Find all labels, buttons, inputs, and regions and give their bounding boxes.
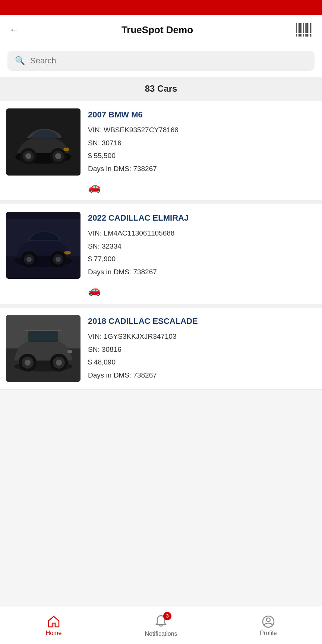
svg-point-28 — [63, 148, 69, 151]
car-price: $ 48,090 — [88, 357, 316, 368]
svg-rect-9 — [312, 23, 312, 33]
svg-rect-43 — [28, 331, 58, 342]
svg-rect-16 — [306, 34, 308, 37]
list-item[interactable]: 2018 CADILLAC ESCALADE VIN: 1GYS3KKJXJR3… — [0, 307, 322, 390]
car-days: Days in DMS: 738267 — [88, 164, 316, 174]
search-bar[interactable]: 🔍 — [7, 51, 315, 71]
header: ← TrueSpot Demo — [0, 15, 322, 45]
svg-point-27 — [55, 153, 61, 159]
svg-rect-7 — [309, 23, 309, 33]
svg-rect-52 — [52, 623, 55, 627]
car-info: 2022 CADILLAC ELMIRAJ VIN: LM4AC11306110… — [88, 212, 316, 296]
car-title: 2007 BMW M6 — [88, 110, 316, 120]
cars-count: 83 Cars — [0, 77, 322, 101]
car-image — [6, 108, 80, 176]
profile-icon — [262, 615, 275, 628]
car-image — [6, 212, 80, 279]
nav-notifications[interactable]: 3 Notifications — [142, 614, 180, 637]
car-sn: SN: 30816 — [88, 344, 316, 355]
svg-point-39 — [64, 251, 71, 255]
barcode-icon[interactable] — [295, 22, 313, 37]
car-vin: VIN: WBSEK93527CY78168 — [88, 125, 316, 136]
nav-notifications-label: Notifications — [145, 631, 177, 637]
car-info: 2007 BMW M6 VIN: WBSEK93527CY78168 SN: 3… — [88, 108, 316, 193]
car-title: 2018 CADILLAC ESCALADE — [88, 316, 316, 326]
app-title: TrueSpot Demo — [121, 24, 193, 36]
svg-rect-0 — [296, 23, 297, 33]
svg-rect-18 — [310, 34, 311, 37]
list-item[interactable]: 2022 CADILLAC ELMIRAJ VIN: LM4AC11306110… — [0, 204, 322, 304]
svg-rect-11 — [298, 34, 299, 37]
nav-home[interactable]: Home — [35, 615, 72, 637]
car-sn: SN: 32334 — [88, 241, 316, 252]
svg-rect-44 — [25, 330, 62, 331]
svg-rect-6 — [306, 23, 308, 33]
car-price: $ 55,500 — [88, 151, 316, 161]
svg-rect-4 — [303, 23, 304, 33]
car-icon-row: 🚗 — [88, 284, 316, 296]
svg-rect-2 — [299, 23, 301, 33]
svg-rect-15 — [305, 34, 306, 37]
car-info: 2018 CADILLAC ESCALADE VIN: 1GYS3KKJXJR3… — [88, 315, 316, 382]
nav-home-label: Home — [46, 630, 62, 637]
svg-point-24 — [25, 153, 31, 159]
search-icon: 🔍 — [15, 56, 25, 66]
svg-rect-12 — [299, 34, 301, 37]
car-image — [6, 315, 80, 382]
search-container: 🔍 — [0, 45, 322, 77]
home-icon — [47, 615, 60, 628]
car-sn: SN: 30716 — [88, 138, 316, 149]
svg-point-47 — [25, 360, 31, 366]
car-type-icon: 🚗 — [88, 284, 101, 296]
svg-rect-5 — [305, 23, 306, 33]
search-input[interactable] — [30, 56, 307, 66]
svg-point-38 — [56, 257, 61, 262]
svg-rect-19 — [312, 34, 312, 37]
svg-point-50 — [56, 360, 62, 366]
notification-wrapper: 3 — [154, 614, 168, 629]
svg-rect-8 — [310, 23, 311, 33]
svg-rect-51 — [67, 350, 72, 353]
svg-point-35 — [26, 257, 32, 262]
car-type-icon: 🚗 — [88, 181, 101, 193]
svg-rect-10 — [296, 34, 297, 37]
status-bar — [0, 0, 322, 15]
svg-rect-3 — [302, 23, 302, 33]
back-button[interactable]: ← — [9, 24, 19, 36]
svg-rect-1 — [298, 23, 299, 33]
car-vin: VIN: 1GYS3KKJXJR347103 — [88, 331, 316, 342]
list-item[interactable]: 2007 BMW M6 VIN: WBSEK93527CY78168 SN: 3… — [0, 101, 322, 201]
car-title: 2022 CADILLAC ELMIRAJ — [88, 213, 316, 223]
car-vin: VIN: LM4AC113061105688 — [88, 228, 316, 239]
nav-profile[interactable]: Profile — [250, 615, 287, 637]
svg-rect-14 — [303, 34, 304, 37]
svg-rect-17 — [309, 34, 309, 37]
bottom-nav: Home 3 Notifications Profile — [0, 607, 322, 644]
car-list: 2007 BMW M6 VIN: WBSEK93527CY78168 SN: 3… — [0, 101, 322, 390]
car-days: Days in DMS: 738267 — [88, 267, 316, 278]
notification-badge: 3 — [163, 612, 171, 620]
car-price: $ 77,900 — [88, 254, 316, 265]
svg-rect-13 — [302, 34, 302, 37]
car-icon-row: 🚗 — [88, 181, 316, 193]
car-days: Days in DMS: 738267 — [88, 370, 316, 381]
svg-point-54 — [266, 618, 270, 622]
nav-profile-label: Profile — [260, 630, 277, 637]
